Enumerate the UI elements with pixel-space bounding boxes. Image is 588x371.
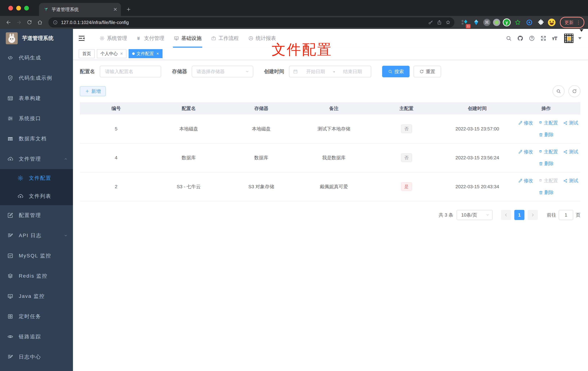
- name-filter-input[interactable]: [104, 68, 156, 75]
- search-button[interactable]: 搜索: [382, 66, 410, 77]
- extension-command-icon[interactable]: ⌘: [483, 19, 491, 26]
- tab-profile[interactable]: 个人中心×: [97, 49, 126, 58]
- sidebar-item-scheduled-task[interactable]: 定时任务: [0, 306, 73, 327]
- window-close-button[interactable]: [8, 6, 13, 11]
- topnav-item-infra[interactable]: 基础设施: [169, 29, 206, 48]
- avatar[interactable]: [563, 33, 574, 44]
- plus-icon: [85, 89, 90, 94]
- doc-icon: [7, 354, 13, 360]
- password-key-icon[interactable]: [428, 20, 433, 25]
- sidebar-item-label: Redis 监控: [19, 273, 68, 279]
- page-size-select[interactable]: 10条/页: [457, 210, 493, 220]
- monitor-icon: [174, 36, 179, 41]
- site-info-icon[interactable]: [53, 20, 58, 25]
- topnav-item-system[interactable]: 系统管理: [95, 29, 132, 48]
- home-button[interactable]: [35, 18, 45, 27]
- sidebar-item-system-api[interactable]: 系统接口: [0, 108, 73, 129]
- toggle-search-button[interactable]: [553, 85, 565, 97]
- page-1-button[interactable]: 1: [514, 210, 525, 220]
- tab-home[interactable]: 首页: [79, 49, 95, 58]
- cloud-down-icon: [7, 156, 13, 162]
- chevron-down-icon[interactable]: [578, 37, 581, 39]
- sidebar-item-form-builder[interactable]: 表单构建: [0, 88, 73, 108]
- master-action[interactable]: 主配置: [538, 149, 558, 155]
- prev-page-button[interactable]: [501, 210, 511, 220]
- edit-action[interactable]: 修改: [518, 178, 533, 184]
- test-action[interactable]: 测试: [563, 178, 578, 184]
- storage-filter-select[interactable]: 请选择存储器: [192, 66, 253, 77]
- edit-action[interactable]: 修改: [518, 149, 533, 155]
- forward-button[interactable]: [14, 18, 24, 27]
- browser-update-button[interactable]: 更新 ⋮: [560, 17, 584, 28]
- table-header-row: 编号配置名存储器备注主配置创建时间操作: [80, 102, 580, 115]
- close-icon[interactable]: ×: [156, 51, 159, 56]
- sidebar-menu: 代码生成代码生成示例表单构建系统接口数据库文档文件管理文件配置文件列表配置管理A…: [0, 48, 73, 367]
- url-bar[interactable]: 127.0.0.1:1024/infra/file/file-config: [48, 17, 454, 27]
- sidebar-item-redis-monitor[interactable]: Redis 监控: [0, 266, 73, 286]
- master-badge: 否: [401, 153, 412, 162]
- reload-button[interactable]: [25, 18, 34, 27]
- master-action[interactable]: 主配置: [538, 120, 558, 126]
- sidebar-item-java-monitor[interactable]: Java 监控: [0, 286, 73, 306]
- menu-dots-icon[interactable]: ⋮: [576, 20, 581, 25]
- extension-emoji-icon[interactable]: [548, 19, 556, 26]
- sidebar-item-code-generation[interactable]: 代码生成: [0, 48, 73, 68]
- topnav-item-payment[interactable]: 支付管理: [132, 29, 169, 48]
- help-icon[interactable]: [529, 35, 535, 41]
- topnav-item-workflow[interactable]: 工作流程: [206, 29, 243, 48]
- collapse-sidebar-button[interactable]: [78, 35, 85, 42]
- app-logo[interactable]: 芋道管理系统: [0, 29, 73, 48]
- topnav-item-report[interactable]: 统计报表: [243, 29, 281, 48]
- extension-star-icon[interactable]: [513, 18, 522, 27]
- cell-master: 是: [370, 172, 443, 201]
- new-tab-button[interactable]: [123, 4, 134, 15]
- sidebar-item-code-example[interactable]: 代码生成示例: [0, 68, 73, 88]
- bookmark-star-icon[interactable]: [445, 20, 451, 25]
- refresh-table-button[interactable]: [568, 85, 580, 97]
- sidebar-item-db-doc[interactable]: 数据库文档: [0, 129, 73, 149]
- delete-action[interactable]: 删除: [538, 160, 554, 167]
- window-minimize-button[interactable]: [16, 6, 21, 11]
- cell-remark: 戴佩妮真可爱: [298, 172, 370, 201]
- share-icon[interactable]: [437, 20, 442, 25]
- sidebar-item-api-log[interactable]: API 日志: [0, 225, 73, 246]
- extension-puzzle-icon[interactable]: [536, 18, 545, 27]
- next-page-button[interactable]: [528, 210, 538, 220]
- extension-grid-icon[interactable]: 11: [460, 18, 469, 27]
- sidebar-item-config-manage[interactable]: 配置管理: [0, 205, 73, 225]
- test-action[interactable]: 测试: [563, 149, 578, 155]
- extension-kite-icon[interactable]: [472, 18, 481, 27]
- sidebar-item-trace[interactable]: 链路追踪: [0, 327, 73, 347]
- fullscreen-icon[interactable]: [540, 35, 546, 41]
- extension-rings-icon[interactable]: [525, 18, 534, 27]
- edit-action[interactable]: 修改: [518, 120, 533, 126]
- sliders-icon: [7, 116, 13, 122]
- font-size-icon[interactable]: [552, 35, 558, 41]
- sidebar-item-file-config[interactable]: 文件配置: [0, 169, 73, 187]
- reset-button[interactable]: 重置: [414, 66, 441, 77]
- date-range-picker[interactable]: 开始日期 - 结束日期: [289, 66, 371, 77]
- window-zoom-button[interactable]: [24, 6, 29, 11]
- test-action[interactable]: 测试: [563, 120, 578, 126]
- sidebar-item-file-list[interactable]: 文件列表: [0, 187, 73, 205]
- tab-file-config[interactable]: 文件配置×: [129, 49, 163, 58]
- github-icon[interactable]: [517, 35, 523, 41]
- add-button[interactable]: 新增: [80, 86, 106, 96]
- table-row: 5本地磁盘本地磁盘测试下本地存储否2022-03-15 23:57:00修改主配…: [80, 115, 580, 143]
- master-action[interactable]: 主配置: [538, 178, 558, 184]
- browser-tab[interactable]: 芋道管理系统 ✕: [39, 3, 121, 16]
- delete-action[interactable]: 删除: [538, 131, 554, 138]
- chevron-down-icon[interactable]: [580, 29, 583, 32]
- goto-label: 前往: [547, 212, 556, 218]
- sidebar-item-file-manage[interactable]: 文件管理: [0, 149, 73, 169]
- back-button[interactable]: [4, 18, 13, 27]
- extension-y-icon[interactable]: y: [503, 18, 511, 26]
- delete-action[interactable]: 删除: [538, 189, 554, 196]
- extension-dot-icon[interactable]: [493, 19, 500, 26]
- sidebar-item-log-center[interactable]: 日志中心: [0, 347, 73, 367]
- sidebar-item-mysql-monitor[interactable]: MySQL 监控: [0, 246, 73, 266]
- goto-page-input[interactable]: [559, 210, 573, 220]
- close-icon[interactable]: ×: [120, 51, 123, 56]
- search-icon[interactable]: [506, 35, 512, 41]
- tab-close-icon[interactable]: ✕: [113, 7, 117, 12]
